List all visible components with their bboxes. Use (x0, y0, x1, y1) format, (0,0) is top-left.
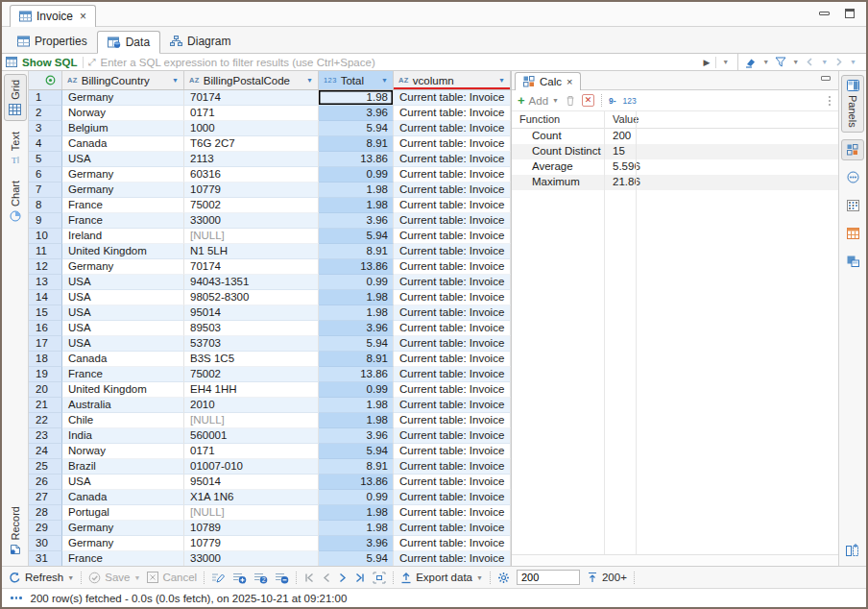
panel-tab-value-viewer-icon[interactable] (841, 167, 864, 188)
billing-postal-code-cell[interactable]: 98052-8300 (184, 290, 319, 305)
billing-country-cell[interactable]: Norway (62, 444, 184, 459)
vcolumn-cell[interactable]: Current table: Invoice (394, 459, 511, 475)
status-detail-icon[interactable] (11, 597, 22, 599)
row-number-cell[interactable]: 29 (29, 521, 62, 536)
row-number-cell[interactable]: 28 (29, 505, 62, 521)
total-cell[interactable]: 13.86 (319, 367, 394, 382)
total-cell[interactable]: 5.94 (319, 444, 394, 459)
editor-tab-invoice[interactable]: Invoice × (10, 5, 96, 27)
row-number-cell[interactable]: 9 (29, 213, 62, 229)
billing-country-cell[interactable]: United Kingdom (62, 244, 184, 259)
vcolumn-cell[interactable]: Current table: Invoice (394, 475, 511, 490)
row-number-header[interactable] (29, 71, 62, 89)
total-cell[interactable]: 3.96 (319, 106, 394, 121)
vcolumn-cell[interactable]: Current table: Invoice (394, 305, 511, 321)
total-cell[interactable]: 1.98 (319, 305, 394, 321)
billing-postal-code-cell[interactable]: N1 5LH (184, 244, 319, 259)
clear-filter-eraser-icon[interactable] (744, 57, 757, 68)
billing-country-cell[interactable]: Germany (62, 183, 184, 198)
billing-postal-code-cell[interactable]: 33000 (184, 213, 319, 229)
billing-country-cell[interactable]: USA (62, 475, 184, 490)
sql-filter-input[interactable] (101, 57, 695, 68)
tab-data[interactable]: Data (97, 31, 160, 54)
row-number-cell[interactable]: 3 (29, 121, 62, 136)
fetch-size-input[interactable] (517, 570, 580, 585)
column-header-vcolumn[interactable]: AZ vcolumn ▼ (394, 71, 511, 89)
billing-postal-code-cell[interactable]: 95014 (184, 305, 319, 321)
vcolumn-cell[interactable]: Current table: Invoice (394, 490, 511, 505)
calc-function-name[interactable]: Count (512, 129, 605, 144)
total-cell[interactable]: 1.98 (319, 198, 394, 213)
close-tab-icon[interactable]: × (80, 10, 86, 23)
total-cell[interactable]: 0.99 (319, 167, 394, 183)
row-number-cell[interactable]: 27 (29, 490, 62, 505)
calc-function-value[interactable]: 21.86 (605, 175, 636, 190)
panel-menu-icon[interactable] (829, 96, 832, 106)
calc-function-value[interactable]: 5.596 (605, 159, 636, 175)
billing-postal-code-cell[interactable]: 0171 (184, 444, 319, 459)
row-number-cell[interactable]: 5 (29, 152, 62, 167)
total-cell[interactable]: 3.96 (319, 321, 394, 336)
group-values-icon[interactable]: 9- (609, 96, 616, 106)
row-number-cell[interactable]: 12 (29, 259, 62, 275)
row-number-cell[interactable]: 24 (29, 444, 62, 459)
billing-postal-code-cell[interactable]: 01007-010 (184, 459, 319, 475)
billing-country-cell[interactable]: USA (62, 336, 184, 352)
billing-country-cell[interactable]: Belgium (62, 121, 184, 136)
row-number-cell[interactable]: 16 (29, 321, 62, 336)
calc-function-name[interactable]: Average (512, 159, 605, 175)
vcolumn-cell[interactable]: Current table: Invoice (394, 382, 511, 398)
row-number-cell[interactable]: 17 (29, 336, 62, 352)
vcolumn-cell[interactable]: Current table: Invoice (394, 352, 511, 367)
panel-tab-calc-icon[interactable] (841, 139, 864, 160)
total-cell[interactable]: 1.98 (319, 183, 394, 198)
filters-funnel-icon[interactable] (775, 57, 786, 67)
panel-tab-metadata-icon[interactable] (841, 195, 864, 216)
total-cell[interactable]: 13.86 (319, 259, 394, 275)
total-cell[interactable]: 13.86 (319, 475, 394, 490)
total-cell[interactable]: 8.91 (319, 459, 394, 475)
calc-function-name[interactable]: Count Distinct (512, 144, 605, 159)
billing-postal-code-cell[interactable]: 1000 (184, 121, 319, 136)
last-row-icon[interactable] (354, 572, 366, 583)
row-number-cell[interactable]: 21 (29, 398, 62, 413)
column-dropdown-icon[interactable]: ▼ (381, 77, 388, 84)
billing-postal-code-cell[interactable]: 60316 (184, 167, 319, 183)
billing-postal-code-cell[interactable]: T6G 2C7 (184, 136, 319, 152)
nav-forward-icon[interactable] (833, 57, 844, 67)
vcolumn-cell[interactable]: Current table: Invoice (394, 229, 511, 244)
billing-country-cell[interactable]: Portugal (62, 505, 184, 521)
vcolumn-cell[interactable]: Current table: Invoice (394, 413, 511, 428)
refresh-button[interactable]: Refresh ▼ (9, 572, 74, 584)
vcolumn-cell[interactable]: Current table: Invoice (394, 244, 511, 259)
row-number-cell[interactable]: 14 (29, 290, 62, 305)
show-sql-button[interactable]: Show SQL (22, 57, 78, 68)
vcolumn-cell[interactable]: Current table: Invoice (394, 321, 511, 336)
billing-country-cell[interactable]: Australia (62, 398, 184, 413)
billing-country-cell[interactable]: United Kingdom (62, 382, 184, 398)
presentation-tab-text[interactable]: Text T (4, 127, 27, 170)
billing-postal-code-cell[interactable]: 0171 (184, 106, 319, 121)
first-row-icon[interactable] (303, 572, 315, 583)
billing-postal-code-cell[interactable]: 53703 (184, 336, 319, 352)
remove-function-icon[interactable] (566, 95, 575, 107)
vcolumn-cell[interactable]: Current table: Invoice (394, 505, 511, 521)
add-row-icon[interactable] (232, 572, 247, 584)
billing-country-cell[interactable]: France (62, 367, 184, 382)
total-cell[interactable]: 0.99 (319, 382, 394, 398)
tab-properties[interactable]: Properties (8, 30, 97, 53)
total-cell[interactable]: 5.94 (319, 121, 394, 136)
expand-filter-icon[interactable]: ⤢ (88, 57, 96, 68)
column-dropdown-icon[interactable]: ▼ (306, 77, 313, 84)
column-header-total[interactable]: 123 Total ▼ (319, 71, 394, 89)
vcolumn-cell[interactable]: Current table: Invoice (394, 167, 511, 183)
row-number-cell[interactable]: 20 (29, 382, 62, 398)
record-mode-toggle[interactable]: Record (4, 501, 27, 560)
vcolumn-cell[interactable]: Current table: Invoice (394, 152, 511, 167)
nav-back-icon[interactable] (805, 57, 815, 67)
billing-postal-code-cell[interactable]: 10789 (184, 521, 319, 536)
tab-diagram[interactable]: Diagram (160, 30, 240, 53)
maximize-icon[interactable] (845, 9, 855, 18)
total-cell[interactable]: 0.99 (319, 490, 394, 505)
total-cell[interactable]: 1.98 (319, 413, 394, 428)
